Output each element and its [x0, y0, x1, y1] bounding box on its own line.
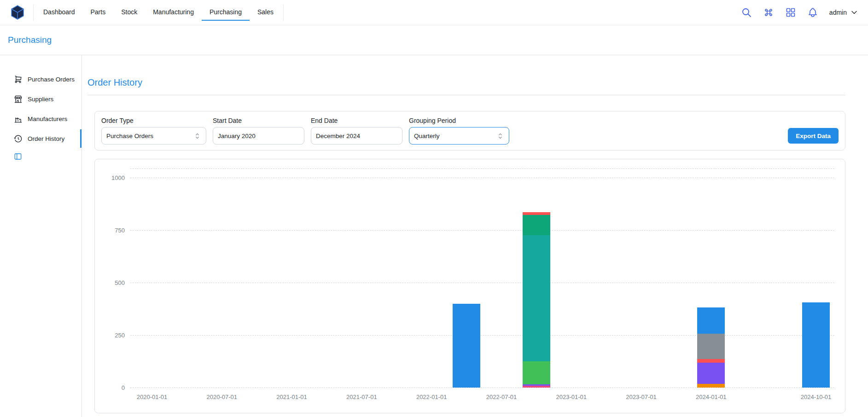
grouping-period-select[interactable]: Quarterly [409, 127, 509, 145]
bar-segment [523, 235, 550, 361]
factory-icon [14, 115, 23, 123]
x-tick-label: 2024-01-01 [696, 394, 727, 400]
gridline [130, 230, 834, 231]
tab-purchasing[interactable]: Purchasing [202, 4, 250, 21]
end-date-field: End Date [311, 117, 402, 145]
plot-top-line [130, 168, 834, 169]
bar-segment [523, 212, 550, 214]
order-type-label: Order Type [101, 117, 206, 124]
x-tick-label: 2023-07-01 [626, 394, 657, 400]
sidebar-item-order-history[interactable]: Order History [0, 129, 82, 148]
sidebar-item-purchase-orders[interactable]: Purchase Orders [0, 70, 82, 88]
order-type-value: Purchase Orders [106, 133, 153, 139]
y-tick-label: 1000 [111, 174, 125, 181]
title-divider [87, 95, 845, 95]
gridline [130, 388, 834, 388]
user-name: admin [829, 9, 847, 16]
navbar-actions: admin [741, 7, 859, 18]
tab-manufacturing[interactable]: Manufacturing [145, 4, 202, 21]
start-date-field: Start Date [213, 117, 304, 145]
x-tick-label: 2022-01-01 [416, 394, 447, 400]
x-tick-label: 2023-01-01 [556, 394, 587, 400]
history-icon [14, 134, 23, 143]
top-navbar: Dashboard Parts Stock Manufacturing Purc… [0, 0, 868, 25]
tab-parts[interactable]: Parts [83, 4, 114, 21]
end-date-label: End Date [311, 117, 402, 124]
chevron-down-icon [850, 8, 859, 17]
start-date-input[interactable] [213, 127, 304, 145]
bar-segment [697, 363, 725, 384]
stacked-bar-2022-04-01[interactable] [453, 168, 480, 388]
y-tick-label: 250 [115, 332, 125, 339]
y-tick-label: 750 [115, 227, 125, 234]
export-data-button[interactable]: Export Data [788, 128, 839, 144]
stacked-bar-2024-10-01[interactable] [802, 168, 830, 388]
panel-title: Order History [87, 77, 845, 88]
chevron-updown-icon [496, 132, 504, 140]
bar-segment [697, 307, 725, 334]
tab-stock[interactable]: Stock [113, 4, 145, 21]
y-tick-label: 0 [122, 384, 125, 391]
tab-dashboard[interactable]: Dashboard [35, 4, 83, 21]
cart-icon [14, 75, 23, 84]
x-tick-label: 2024-10-01 [801, 394, 832, 400]
x-tick-label: 2022-07-01 [486, 394, 517, 400]
x-tick-label: 2021-01-01 [276, 394, 307, 400]
sidebar-item-suppliers[interactable]: Suppliers [0, 90, 82, 108]
bar-segment [523, 215, 550, 236]
stacked-bar-2024-01-01[interactable] [697, 168, 725, 388]
x-tick-label: 2021-07-01 [346, 394, 377, 400]
search-icon[interactable] [741, 7, 752, 18]
qr-grid-icon[interactable] [785, 7, 796, 18]
page-header: Purchasing [0, 25, 868, 55]
grouping-period-field: Grouping Period Quarterly [409, 117, 509, 145]
bar-segment [523, 361, 550, 384]
x-tick-label: 2020-07-01 [207, 394, 238, 400]
sidebar: Purchase Orders Suppliers Manufacturers [0, 55, 82, 417]
page-title: Purchasing [8, 35, 52, 45]
gridline [130, 283, 834, 283]
bar-segment [697, 334, 725, 359]
store-icon [14, 95, 23, 104]
order-type-field: Order Type Purchase Orders [101, 117, 206, 145]
sidebar-item-manufacturers[interactable]: Manufacturers [0, 110, 82, 128]
command-icon[interactable] [763, 7, 774, 18]
sidebar-item-label: Purchase Orders [28, 76, 75, 83]
bar-segment [697, 359, 725, 363]
sidebar-item-label: Manufacturers [28, 116, 67, 122]
start-date-label: Start Date [213, 117, 304, 124]
tab-sales[interactable]: Sales [250, 4, 281, 21]
end-date-input[interactable] [311, 127, 402, 145]
user-menu[interactable]: admin [829, 8, 859, 17]
chevron-updown-icon [193, 132, 201, 140]
order-type-select[interactable]: Purchase Orders [101, 127, 206, 145]
bar-segment [523, 384, 550, 386]
filter-panel: Order Type Purchase Orders Start Date En… [94, 111, 845, 151]
stacked-bar-2022-10-01[interactable] [523, 168, 550, 388]
bar-segment [523, 386, 550, 388]
bell-icon[interactable] [807, 7, 818, 18]
grouping-period-label: Grouping Period [409, 117, 509, 124]
x-tick-label: 2020-01-01 [137, 394, 168, 400]
bar-segment [453, 304, 480, 388]
grouping-period-value: Quarterly [414, 133, 440, 139]
gridline [130, 178, 834, 178]
bar-segment [697, 384, 725, 388]
inventree-logo-icon[interactable] [9, 4, 26, 21]
main-tabs: Dashboard Parts Stock Manufacturing Purc… [33, 4, 284, 21]
bar-segment [802, 302, 830, 388]
sidebar-item-label: Suppliers [28, 96, 53, 103]
sidebar-item-label: Order History [28, 135, 64, 142]
main-panel: Order History Order Type Purchase Orders… [82, 55, 868, 417]
chart-plot: 025050075010002020-01-012020-07-012021-0… [130, 168, 834, 388]
chart-panel: 025050075010002020-01-012020-07-012021-0… [94, 159, 845, 413]
y-tick-label: 500 [115, 279, 125, 286]
layout-sidebar-icon[interactable] [14, 152, 22, 161]
gridline [130, 335, 834, 336]
